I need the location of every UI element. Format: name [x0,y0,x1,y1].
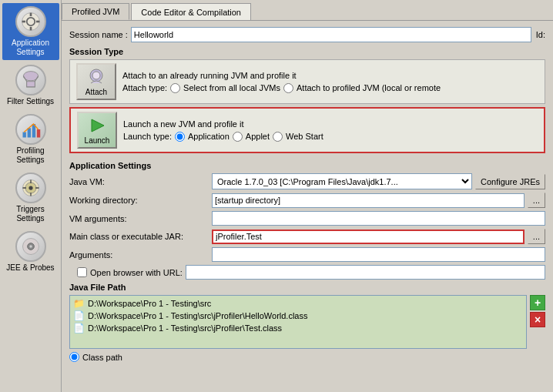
session-types-container: Attach Attach to an already running JVM … [69,59,545,156]
svg-rect-8 [22,132,25,138]
tab-code-editor[interactable]: Code Editor & Compilation [131,3,251,20]
launch-type-label: Launch type: [123,132,172,141]
file-item-2: 📄 D:\Workspace\Pro 1 - Testing\src\jProf… [72,322,525,334]
svg-marker-24 [92,119,104,132]
vm-args-row: VM arguments: [69,211,545,226]
launch-desc-area: Launch a new JVM and profile it Launch t… [123,119,538,142]
app-settings-header: Application Settings [69,161,545,170]
file-icon-1: 📄 [73,310,85,321]
file-path-0: D:\Workspace\Pro 1 - Testing\src [88,299,211,308]
profiling-settings-icon [15,114,46,145]
working-dir-input[interactable] [212,193,525,208]
open-browser-url-input[interactable] [186,265,545,280]
java-vm-row: Java VM: Oracle 1.7.0_03 [C:\Program Fil… [69,173,545,189]
sidebar-profiling-settings-label: Profiling Settings [4,146,58,165]
launch-radio-applet[interactable] [233,132,243,142]
svg-rect-5 [36,21,39,23]
launch-desc: Launch a new JVM and profile it [123,119,538,129]
launch-session-box: Launch Launch a new JVM and profile it L… [69,107,545,153]
attach-button[interactable]: Attach [76,63,116,100]
attach-radio-local[interactable] [170,83,180,93]
working-dir-browse-button[interactable]: ... [528,193,545,208]
sidebar-application-settings-label: Application Settings [4,39,58,57]
main-class-row: Main class or executable JAR: ... [69,229,545,244]
main-class-input[interactable] [212,230,525,244]
launch-radio-row: Launch type: Application Applet Web Star… [123,132,538,142]
session-name-input[interactable] [131,27,531,42]
sidebar-item-profiling-settings[interactable]: Profiling Settings [2,111,59,168]
configure-jres-button[interactable]: Configure JREs [475,174,545,189]
attach-option1: Select from all local JVMs [183,83,280,92]
session-name-row: Session name : Id: [69,27,545,42]
file-path-section: Java File Path 📁 D:\Workspace\Pro 1 - Te… [69,283,545,362]
attach-session-box: Attach Attach to an already running JVM … [69,59,545,104]
main-class-label: Main class or executable JAR: [69,232,212,241]
svg-point-23 [92,72,100,79]
sidebar-filter-settings-label: Filter Settings [7,97,54,106]
classpath-label: Class path [82,353,122,362]
sidebar: Application Settings Filter Settings Pro… [0,0,62,392]
delete-file-button[interactable]: × [530,312,545,327]
launch-option2: Applet [246,132,270,141]
attach-radio-row: Attach type: Select from all local JVMs … [122,83,538,93]
attach-btn-label: Attach [85,88,107,96]
launch-radio-application[interactable] [175,132,185,142]
svg-point-14 [28,186,32,189]
file-list: 📁 D:\Workspace\Pro 1 - Testing\src 📄 D:\… [69,295,527,349]
file-section-row: 📁 D:\Workspace\Pro 1 - Testing\src 📄 D:\… [69,295,545,349]
svg-rect-4 [22,21,25,23]
sidebar-item-filter-settings[interactable]: Filter Settings [2,62,59,109]
main-content: Profiled JVM Code Editor & Compilation S… [62,0,553,392]
svg-rect-9 [27,128,30,137]
session-name-label: Session name : [69,30,128,39]
add-file-button[interactable]: + [530,295,545,310]
jee-probes-icon [15,231,46,262]
launch-btn-label: Launch [85,136,110,145]
arguments-input[interactable] [212,247,545,262]
vm-args-label: VM arguments: [69,214,212,223]
application-settings-icon [15,6,46,37]
sidebar-item-triggers-settings[interactable]: Triggers Settings [2,169,59,226]
launch-option3: Web Start [286,132,323,141]
launch-radio-webstart[interactable] [273,132,283,142]
launch-button[interactable]: Launch [77,112,117,149]
arguments-row: Arguments: [69,247,545,262]
launch-option1: Application [188,132,230,141]
sidebar-item-application-settings[interactable]: Application Settings [2,3,59,60]
svg-point-21 [29,245,32,248]
file-icon-2: 📄 [73,323,85,333]
attach-radio-remote[interactable] [283,83,293,93]
sidebar-jee-probes-label: JEE & Probes [6,263,54,273]
filter-settings-icon [15,65,46,95]
classpath-radio[interactable] [69,352,79,362]
attach-desc-area: Attach to an already running JVM and pro… [122,71,538,93]
working-dir-row: Working directory: ... [69,193,545,208]
tab-bar: Profiled JVM Code Editor & Compilation [62,0,553,20]
arguments-label: Arguments: [69,250,212,260]
main-class-browse-button[interactable]: ... [528,229,545,244]
session-type-header: Session Type [69,47,545,56]
java-vm-select[interactable]: Oracle 1.7.0_03 [C:\Program Files\Java\j… [212,173,472,189]
file-path-2: D:\Workspace\Pro 1 - Testing\src\jProfil… [88,323,282,333]
open-browser-checkbox[interactable] [77,267,87,277]
vm-args-input[interactable] [212,211,545,226]
file-path-header: Java File Path [69,283,545,292]
attach-type-label: Attach type: [122,83,167,92]
session-id-label: Id: [536,30,545,39]
sidebar-item-jee-probes[interactable]: JEE & Probes [2,228,59,276]
open-browser-label: Open browser with URL: [90,268,183,277]
open-browser-row: Open browser with URL: [69,265,545,280]
attach-desc: Attach to an already running JVM and pro… [122,71,538,80]
tab-profiled-jvm[interactable]: Profiled JVM [62,3,129,20]
classpath-row: Class path [69,352,545,362]
working-dir-label: Working directory: [69,196,212,205]
triggers-settings-icon [15,173,46,203]
svg-rect-3 [29,27,32,30]
main-content-area: Session name : Id: Session Type Attach [62,20,553,392]
attach-option2: Attach to profiled JVM (local or remote [297,83,441,92]
file-item-0: 📁 D:\Workspace\Pro 1 - Testing\src [72,297,525,310]
folder-icon-0: 📁 [73,298,85,309]
svg-rect-2 [29,13,32,16]
svg-rect-11 [36,129,39,138]
java-vm-dropdown-wrapper: Oracle 1.7.0_03 [C:\Program Files\Java\j… [212,173,472,189]
